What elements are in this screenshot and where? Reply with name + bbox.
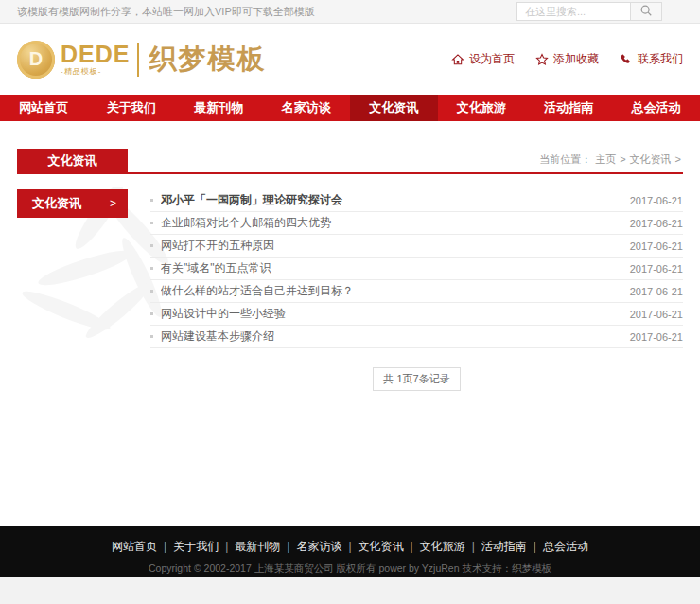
article-row[interactable]: 网站建设基本步骤介绍 2017-06-21 (150, 326, 683, 348)
star-icon (535, 53, 549, 66)
nav-item-publications[interactable]: 最新刊物 (175, 95, 263, 121)
bullet-icon (150, 335, 153, 338)
article-date: 2017-06-21 (630, 263, 683, 275)
article-list: 邓小平「一国两制」理论研究探讨会 2017-06-21 企业邮箱对比个人邮箱的四… (150, 189, 683, 391)
bullet-icon (150, 290, 153, 293)
search-icon (639, 4, 653, 19)
article-title[interactable]: 企业邮箱对比个人邮箱的四大优势 (161, 215, 619, 231)
sidebar-item-label: 文化资讯 (32, 195, 81, 212)
brand-text: DEDE (61, 43, 130, 66)
article-date: 2017-06-21 (630, 218, 683, 229)
footer-nav: 网站首页|关于我们|最新刊物|名家访谈|文化资讯|文化旅游|活动指南|总会活动 (0, 539, 700, 555)
breadcrumb: 当前位置：主页>文化资讯> (537, 152, 683, 172)
header-links: 设为首页 添加收藏 联系我们 (451, 51, 683, 67)
content-area: 文化资讯 当前位置：主页>文化资讯> 文化资讯 > 邓小平「一国两制」理论研究探… (0, 121, 700, 526)
site-logo[interactable]: D DEDE -精品模板- 织梦模板 (17, 41, 266, 79)
bullet-icon (150, 199, 153, 202)
main-nav: 网站首页 关于我们 最新刊物 名家访谈 文化资讯 文化旅游 活动指南 总会活动 (0, 95, 700, 121)
article-date: 2017-06-21 (630, 195, 683, 206)
article-title[interactable]: 邓小平「一国两制」理论研究探讨会 (161, 192, 619, 208)
article-date: 2017-06-21 (630, 286, 683, 297)
article-row[interactable]: 邓小平「一国两制」理论研究探讨会 2017-06-21 (150, 189, 683, 212)
article-row[interactable]: 有关"域名"的五点常识 2017-06-21 (150, 258, 683, 280)
footer-nav-interviews[interactable]: 名家访谈 (289, 540, 348, 553)
search-input[interactable] (516, 2, 630, 21)
nav-item-home[interactable]: 网站首页 (0, 95, 88, 121)
article-title[interactable]: 做什么样的站才适合自己并达到目标？ (161, 283, 619, 299)
top-bar: 该模版有模版网制作分享，本站唯一网加入VIP即可下载全部模版 (0, 0, 700, 24)
copyright-text: Copyright © 2002-2017 上海某某商贸公司 版权所有 powe… (0, 562, 700, 576)
article-title[interactable]: 有关"域名"的五点常识 (161, 260, 619, 276)
nav-item-association-events[interactable]: 总会活动 (613, 95, 700, 121)
breadcrumb-home-link[interactable]: 主页 (595, 153, 616, 165)
breadcrumb-separator: > (675, 153, 681, 165)
nav-item-culture-travel[interactable]: 文化旅游 (438, 95, 526, 121)
chevron-right-icon: > (110, 197, 116, 210)
article-title[interactable]: 网站设计中的一些小经验 (161, 306, 619, 322)
bullet-icon (150, 267, 153, 270)
breadcrumb-label: 当前位置： (539, 153, 591, 165)
top-notice: 该模版有模版网制作分享，本站唯一网加入VIP即可下载全部模版 (17, 5, 315, 19)
site-header: D DEDE -精品模板- 织梦模板 设为首页 (0, 24, 700, 95)
article-row[interactable]: 做什么样的站才适合自己并达到目标？ 2017-06-21 (150, 280, 683, 303)
pagination-summary: 共 1页7条记录 (373, 367, 460, 391)
footer-nav-association-events[interactable]: 总会活动 (536, 540, 595, 553)
brand-subtitle: -精品模板- (61, 68, 130, 76)
article-date: 2017-06-21 (630, 309, 683, 320)
search-group (516, 2, 662, 21)
set-homepage-link[interactable]: 设为首页 (451, 51, 515, 67)
nav-item-about[interactable]: 关于我们 (88, 95, 176, 121)
article-row[interactable]: 网站打不开的五种原因 2017-06-21 (150, 235, 683, 258)
contact-us-label: 联系我们 (638, 51, 683, 67)
pagination: 共 1页7条记录 (150, 367, 683, 391)
section-header: 文化资讯 当前位置：主页>文化资讯> (17, 149, 683, 174)
footer-nav-about[interactable]: 关于我们 (166, 540, 225, 553)
set-homepage-label: 设为首页 (469, 51, 515, 67)
phone-icon (620, 53, 633, 66)
sidebar: 文化资讯 > (17, 189, 128, 391)
article-date: 2017-06-21 (630, 331, 683, 343)
footer-nav-culture-news[interactable]: 文化资讯 (352, 540, 411, 553)
footer-nav-home[interactable]: 网站首页 (105, 540, 164, 553)
brand-block: DEDE -精品模板- (61, 43, 130, 76)
site-footer: 网站首页|关于我们|最新刊物|名家访谈|文化资讯|文化旅游|活动指南|总会活动 … (0, 526, 700, 577)
page: 该模版有模版网制作分享，本站唯一网加入VIP即可下载全部模版 D DEDE -精… (0, 0, 700, 577)
bullet-icon (150, 312, 153, 315)
search-button[interactable] (630, 2, 662, 21)
coin-letter: D (29, 48, 43, 70)
article-date: 2017-06-21 (630, 240, 683, 252)
article-row[interactable]: 企业邮箱对比个人邮箱的四大优势 2017-06-21 (150, 212, 683, 235)
article-title[interactable]: 网站打不开的五种原因 (161, 238, 619, 254)
article-row[interactable]: 网站设计中的一些小经验 2017-06-21 (150, 303, 683, 326)
nav-item-interviews[interactable]: 名家访谈 (263, 95, 351, 121)
bullet-icon (150, 244, 153, 247)
site-name: 织梦模板 (149, 41, 266, 79)
nav-item-culture-news[interactable]: 文化资讯 (350, 95, 438, 121)
footer-nav-publications[interactable]: 最新刊物 (228, 540, 287, 553)
contact-us-link[interactable]: 联系我们 (620, 51, 683, 67)
nav-item-activity-guide[interactable]: 活动指南 (525, 95, 613, 121)
breadcrumb-current-link[interactable]: 文化资讯 (630, 153, 672, 165)
bullet-icon (150, 222, 153, 224)
coin-icon: D (17, 41, 55, 79)
article-title[interactable]: 网站建设基本步骤介绍 (161, 329, 619, 345)
add-favorite-link[interactable]: 添加收藏 (535, 51, 599, 67)
breadcrumb-separator: > (620, 153, 625, 165)
section-title: 文化资讯 (17, 149, 128, 172)
main-row: 文化资讯 > 邓小平「一国两制」理论研究探讨会 2017-06-21 企业邮箱对… (17, 189, 683, 391)
home-icon (451, 53, 464, 66)
footer-nav-culture-travel[interactable]: 文化旅游 (413, 540, 472, 553)
brand-divider (137, 43, 139, 77)
footer-nav-activity-guide[interactable]: 活动指南 (475, 540, 534, 553)
sidebar-item-culture-news[interactable]: 文化资讯 > (17, 189, 128, 218)
add-favorite-label: 添加收藏 (553, 51, 599, 67)
